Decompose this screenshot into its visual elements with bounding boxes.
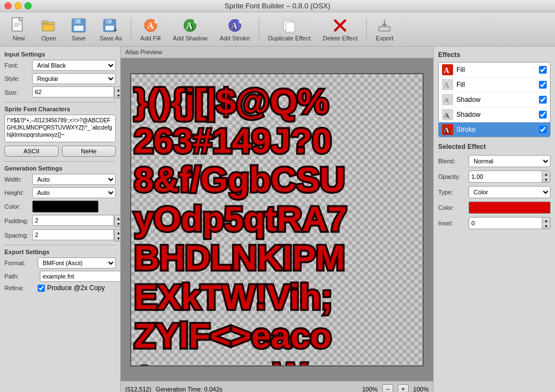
effect-check-2[interactable] — [539, 81, 547, 89]
format-row: Format: BMFont (Ascii) — [4, 257, 116, 269]
close-button[interactable] — [4, 2, 12, 9]
padding-up-button[interactable]: ▲ — [115, 215, 121, 221]
size-up-button[interactable]: ▲ — [115, 87, 121, 92]
minimize-button[interactable] — [14, 2, 22, 9]
opacity-input[interactable]: 1.00 — [469, 171, 542, 183]
save-as-button[interactable]: + Save As — [94, 14, 127, 44]
svg-rect-2 — [14, 23, 20, 24]
effect-check-5[interactable] — [539, 126, 547, 133]
titlebar: Sprite Font Builder – 0.8.0 (OSX) — [0, 0, 555, 12]
svg-text:8&f/GgbCSU: 8&f/GgbCSU — [134, 160, 345, 199]
effect-name-3: Shadow — [456, 96, 536, 104]
se-color-swatch[interactable] — [469, 202, 551, 214]
selected-effect-title: Selected Effect — [438, 143, 551, 151]
blend-select[interactable]: Normal Multiply Screen Overlay — [469, 155, 551, 167]
width-select[interactable]: Auto — [32, 174, 116, 185]
effect-icon-5: A A — [442, 124, 453, 135]
svg-rect-3 — [14, 24, 20, 25]
effect-name-2: Fill — [456, 81, 536, 89]
padding-input[interactable]: 2 — [32, 215, 114, 226]
spacing-input[interactable]: 2 — [32, 229, 114, 240]
save-button[interactable]: Save — [64, 14, 93, 44]
open-label: Open — [42, 35, 56, 42]
status-coords: (512,512) — [125, 386, 151, 393]
status-bar: (512,512) Generation Time: 0.042s 100% −… — [121, 381, 433, 392]
add-shadow-icon: AA+ — [181, 17, 199, 34]
preview-area[interactable]: .fchar { font-family: 'Arial Black', 'Ar… — [121, 58, 433, 381]
add-shadow-button[interactable]: AA+ Add Shadow — [167, 14, 213, 44]
effect-row-5[interactable]: A A Stroke — [439, 122, 550, 137]
size-down-button[interactable]: ▼ — [115, 92, 121, 98]
duplicate-effect-label: Duplicate Effect — [268, 35, 311, 42]
color-swatch[interactable] — [32, 200, 99, 213]
svg-text:yOdp5qtRA7: yOdp5qtRA7 — [134, 199, 347, 238]
inset-input[interactable]: 0 — [469, 217, 542, 229]
effect-icon-4: A A — [442, 109, 453, 120]
ascii-button[interactable]: ASCII — [4, 146, 59, 157]
spacing-up-button[interactable]: ▲ — [115, 230, 121, 235]
opacity-up-button[interactable]: ▲ — [542, 171, 550, 177]
effect-name-4: Shadow — [456, 111, 536, 118]
duplicate-effect-button[interactable]: Duplicate Effect — [263, 14, 316, 44]
left-panel: Input Settings Font: Arial Black Style: … — [0, 47, 121, 392]
path-input[interactable]: example.fnt — [40, 271, 121, 282]
font-select[interactable]: Arial Black — [32, 60, 116, 71]
input-settings-title: Input Settings — [4, 51, 116, 58]
svg-text:+: + — [238, 18, 242, 26]
open-button[interactable]: Open — [34, 14, 63, 44]
size-input[interactable]: 62 — [32, 86, 114, 97]
effect-row-3[interactable]: A A Shadow — [439, 92, 550, 107]
svg-text:A: A — [147, 21, 154, 30]
inset-down-button[interactable]: ▼ — [542, 223, 550, 229]
retina-checkbox[interactable] — [38, 285, 45, 292]
add-shadow-label: Add Shadow — [173, 35, 207, 42]
inset-control: 0 ▲ ▼ — [469, 217, 551, 229]
effect-row-1[interactable]: A Fill — [439, 63, 550, 78]
delete-effect-button[interactable]: Delete Effect — [317, 14, 363, 44]
inset-up-button[interactable]: ▲ — [542, 218, 550, 223]
spacing-down-button[interactable]: ▼ — [115, 235, 121, 241]
padding-down-button[interactable]: ▼ — [115, 221, 121, 226]
type-select[interactable]: Color Gradient Pattern — [469, 186, 551, 198]
format-select[interactable]: BMFont (Ascii) — [38, 257, 116, 269]
divider-1 — [4, 102, 116, 102]
export-button[interactable]: Export — [370, 14, 399, 44]
effect-check-3[interactable] — [539, 96, 547, 104]
width-row: Width: Auto — [4, 174, 116, 185]
add-stroke-button[interactable]: AA+ Add Stroke — [214, 14, 255, 44]
new-button[interactable]: New — [4, 14, 33, 44]
zoom-in-button[interactable]: + — [398, 384, 409, 393]
opacity-spinner-buttons: ▲ ▼ — [542, 171, 551, 183]
color-control — [469, 202, 551, 214]
effect-check-4[interactable] — [539, 111, 547, 118]
svg-rect-32 — [379, 27, 390, 31]
svg-text:+: + — [154, 18, 158, 26]
add-fill-label: Add Fill — [140, 35, 161, 42]
svg-text:A: A — [186, 21, 193, 30]
opacity-control: 1.00 ▲ ▼ — [469, 171, 551, 183]
svg-text:ZYlF<>eaco: ZYlF<>eaco — [134, 316, 331, 355]
add-fill-button[interactable]: A+ Add Fill — [135, 14, 166, 44]
toolbar: New Open Save + Save As A+ Add Fill AA+ … — [0, 12, 555, 47]
style-row: Style: Regular — [4, 73, 116, 84]
effects-title: Effects — [438, 51, 551, 59]
style-select[interactable]: Regular — [32, 73, 116, 84]
height-row: Height: Auto — [4, 187, 116, 198]
export-label: Export — [376, 35, 394, 42]
save-as-label: Save As — [100, 35, 122, 42]
effect-check-1[interactable] — [539, 66, 547, 74]
svg-rect-15 — [105, 25, 114, 30]
maximize-button[interactable] — [24, 2, 32, 9]
height-select[interactable]: Auto — [32, 187, 116, 198]
nehe-button[interactable]: NeHe — [62, 146, 116, 157]
chars-box[interactable]: !"#$&'0*+,–/0123456789:;<=>?@ABCDEFGHIJK… — [4, 115, 116, 142]
zoom-out-button[interactable]: − — [382, 384, 393, 393]
font-row: Font: Arial Black — [4, 60, 116, 71]
svg-rect-9 — [74, 19, 81, 24]
opacity-down-button[interactable]: ▼ — [542, 177, 550, 182]
effect-row-2[interactable]: A Fill — [439, 78, 550, 92]
effect-row-4[interactable]: A A Shadow — [439, 107, 550, 122]
size-label: Size: — [4, 89, 32, 96]
inset-spinner-buttons: ▲ ▼ — [542, 217, 551, 229]
svg-rect-13 — [106, 19, 112, 24]
